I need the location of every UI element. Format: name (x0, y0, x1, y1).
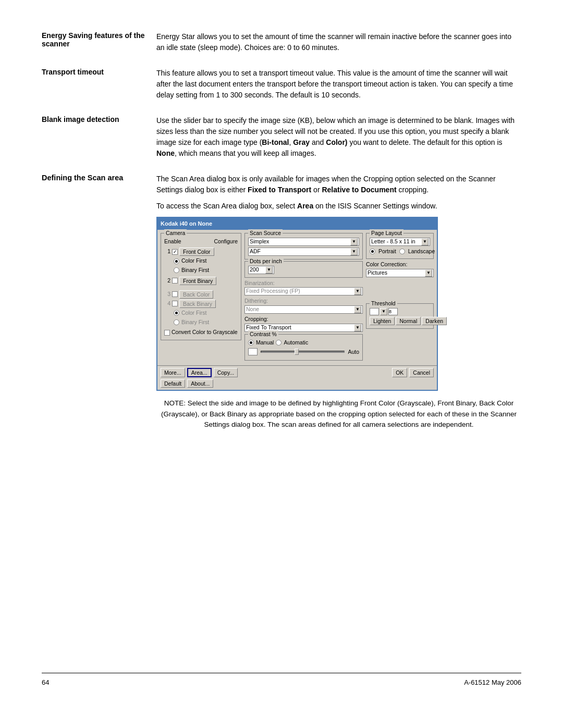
color-correction-value: Pictures (368, 269, 387, 277)
defining-para1: The Scan Area dialog box is only availab… (156, 174, 521, 195)
cancel-button[interactable]: Cancel (409, 368, 434, 377)
camera-radio-color-first-1-label: Color First (181, 257, 206, 265)
camera-item-4[interactable]: 4 Back Binary (164, 300, 238, 308)
scan-source-2-arrow: ▼ (350, 248, 358, 255)
landscape-label: Landscape (408, 248, 435, 256)
camera-checkbox-2[interactable] (172, 278, 178, 283)
darken-button[interactable]: Darken (422, 317, 447, 325)
cropping-arrow: ▼ (354, 324, 361, 331)
contrast-auto-radio[interactable] (276, 340, 282, 346)
dpi-group: Dots per inch 200 ▼ (244, 261, 363, 278)
contrast-content: Manual Automatic (248, 339, 359, 356)
camera-front-binary-btn[interactable]: Front Binary (179, 277, 216, 285)
contrast-slider-thumb (295, 349, 299, 355)
camera-back-color-btn[interactable]: Back Color (179, 290, 213, 299)
dialog-btn-row-right: OK Cancel (392, 368, 434, 377)
ok-button[interactable]: OK (392, 368, 407, 377)
convert-grayscale-checkbox[interactable] (164, 330, 170, 336)
dialog-buttons-2: Default About... (157, 379, 437, 390)
dithering-label: Dithering: (244, 297, 363, 305)
footer-doc-ref: A-61512 May 2006 (464, 678, 521, 686)
page-layout-group: Page Layout Letter - 8.5 x 11 in ▼ (366, 233, 434, 260)
contrast-slider[interactable] (261, 351, 345, 353)
footer-page-number: 64 (42, 678, 49, 686)
more-button[interactable]: More... (161, 368, 185, 377)
camera-front-color-btn[interactable]: Front Color (179, 248, 214, 256)
binarization-select[interactable]: Fixed Processing (FP) ▼ (244, 287, 363, 295)
scan-source-value: Simplex (250, 238, 269, 246)
camera-back-binary-btn[interactable]: Back Binary (179, 300, 216, 308)
camera-radio-binary-first-1[interactable] (174, 267, 179, 273)
camera-radio-color-first-2-label: Color First (181, 309, 206, 317)
area-button[interactable]: Area... (187, 368, 212, 377)
color-correction-label: Color Correction: (366, 261, 434, 269)
section-transport-timeout: Transport timeout This feature allows yo… (42, 68, 521, 101)
camera-checkbox-4[interactable] (172, 301, 178, 306)
dpi-select[interactable]: 200 ▼ (248, 266, 274, 274)
camera-radio-binary-first-2[interactable] (174, 319, 179, 325)
dialog-box: Kodak i40 on None Camera Enable Confi (156, 217, 438, 391)
threshold-input-1[interactable] (370, 308, 379, 315)
camera-radio-color-first-1[interactable] (174, 258, 179, 264)
scan-source-title: Scan Source (248, 229, 283, 238)
camera-item-1[interactable]: 1 Front Color (164, 248, 238, 256)
energy-saving-body: Energy Star allows you to set the amount… (156, 31, 521, 53)
about-button[interactable]: About... (187, 379, 213, 388)
auto-label: Auto (348, 348, 359, 356)
binarization-value: Fixed Processing (FP) (246, 287, 300, 295)
page-layout-content: Letter - 8.5 x 11 in ▼ Portrait Landscap… (370, 238, 430, 256)
threshold-content: ▼ 8 Lighten Normal Darken (370, 308, 430, 325)
dialog-buttons: More... Area... Copy... OK Cancel (157, 365, 437, 379)
normal-button[interactable]: Normal (396, 317, 421, 325)
dpi-arrow: ▼ (265, 266, 273, 274)
portrait-radio[interactable] (370, 249, 375, 254)
landscape-radio[interactable] (399, 249, 405, 254)
convert-grayscale-label: Convert Color to Grayscale (172, 328, 238, 337)
scan-source-2-value: ADF (250, 248, 261, 256)
camera-item-2-num: 2 (164, 277, 170, 285)
color-correction-row: Color Correction: Pictures ▼ (366, 261, 434, 277)
defining-para2: To access the Scan Area dialog box, sele… (156, 201, 521, 212)
dithering-select[interactable]: None ▼ (244, 305, 363, 314)
camera-radio-color-first-2[interactable] (174, 310, 179, 316)
threshold-group: Threshold ▼ 8 Lighten (366, 303, 434, 329)
note-text: NOTE: Select the side and image to be de… (156, 398, 521, 430)
page-layout-title: Page Layout (370, 229, 403, 238)
dialog-left-panel: Camera Enable Configure 1 (161, 233, 241, 363)
page-layout-select[interactable]: Letter - 8.5 x 11 in ▼ (370, 238, 430, 246)
dialog-btn-row-bottom: Default About... (161, 379, 213, 388)
color-correction-select[interactable]: Pictures ▼ (366, 269, 434, 277)
binarization-arrow: ▼ (354, 288, 361, 295)
camera-checkbox-3[interactable] (172, 291, 178, 297)
section-energy-saving: Energy Saving features of the scanner En… (42, 31, 521, 53)
page-container: Energy Saving features of the scanner En… (0, 0, 563, 728)
contrast-group: Contrast % Manual Automatic (244, 334, 363, 361)
contrast-input-left[interactable] (248, 348, 258, 355)
section-blank-image: Blank image detection Use the slider bar… (42, 115, 521, 159)
blank-image-body: Use the slider bar to specify the image … (156, 115, 521, 159)
portrait-label: Portrait (378, 248, 396, 256)
footer: 64 A-61512 May 2006 (42, 673, 521, 686)
scan-source-group: Scan Source Simplex ▼ ADF ▼ (244, 233, 363, 260)
camera-item-3[interactable]: 3 Back Color (164, 290, 238, 299)
camera-group: Camera Enable Configure 1 (161, 233, 241, 341)
page-layout-value: Letter - 8.5 x 11 in (371, 238, 415, 246)
camera-item-2[interactable]: 2 Front Binary (164, 277, 238, 285)
scan-source-2-select[interactable]: ADF ▼ (248, 248, 359, 256)
dialog-middle-panel: Scan Source Simplex ▼ ADF ▼ (244, 233, 363, 363)
cropping-label: Cropping: (244, 315, 363, 324)
contrast-title: Contrast % (248, 330, 278, 339)
threshold-inputs: ▼ 8 (370, 308, 430, 315)
camera-checkbox-1[interactable] (172, 249, 178, 255)
default-button[interactable]: Default (161, 379, 185, 388)
note-section: NOTE: Select the side and image to be de… (156, 398, 521, 430)
dialog-wrapper: Kodak i40 on None Camera Enable Confi (156, 217, 521, 391)
scan-source-select[interactable]: Simplex ▼ (248, 238, 359, 246)
contrast-manual-radio[interactable] (248, 340, 254, 346)
copy-button[interactable]: Copy... (214, 368, 238, 377)
lighten-button[interactable]: Lighten (370, 317, 395, 325)
threshold-input-2[interactable]: 8 (388, 308, 398, 315)
contrast-radio-row: Manual Automatic (248, 339, 359, 347)
scan-source-arrow: ▼ (350, 238, 358, 245)
camera-configure-label: Configure (214, 238, 238, 246)
